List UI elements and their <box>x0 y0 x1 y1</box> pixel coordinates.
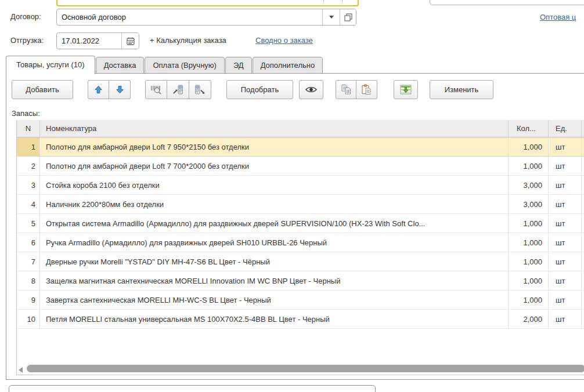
add-button[interactable]: Добавить <box>12 80 73 99</box>
contract-input[interactable] <box>57 9 322 25</box>
scroll-left-arrow[interactable] <box>19 367 23 373</box>
field-divider <box>342 0 343 3</box>
row-nomenclature: Открытая система Armadillo (Армадилло) д… <box>40 214 509 233</box>
row-stub <box>582 137 584 156</box>
column-header-n[interactable]: N <box>17 120 40 137</box>
move-down-button[interactable] <box>109 80 131 99</box>
tab-ed[interactable]: ЭД <box>225 57 252 74</box>
contract-open-button[interactable] <box>340 9 356 25</box>
row-stub <box>582 157 584 175</box>
pick-button[interactable]: Подобрать <box>226 80 293 99</box>
order-form-screen: Договор: Отгрузка: + Кал <box>0 0 584 392</box>
paste-icon <box>361 84 372 95</box>
terminal-load-icon <box>172 85 183 95</box>
row-nomenclature: Стойка короба 2100 без отделки <box>40 176 509 194</box>
row-stub <box>582 214 584 233</box>
calculation-note: + Калькуляция заказа <box>150 36 226 45</box>
row-nomenclature: Полотно для амбарной двери Loft 7 950*21… <box>40 137 509 156</box>
table-header: N Номенклатура Кол... Ед. <box>17 120 584 137</box>
arrow-down-icon <box>116 85 124 94</box>
goods-panel: Добавить <box>6 73 584 380</box>
column-header-name[interactable]: Номенклатура <box>40 120 509 137</box>
row-nomenclature: Ручка Armadillo (Армадилло) для раздвижн… <box>40 233 509 252</box>
tab-goods-services[interactable]: Товары, услуги (10) <box>6 56 95 74</box>
row-number: 10 <box>17 310 40 328</box>
terminal-unload-icon <box>194 85 206 95</box>
eye-icon <box>305 86 318 93</box>
table-row[interactable]: 1 Полотно для амбарной двери Loft 7 950*… <box>17 137 584 157</box>
shipment-date-input[interactable] <box>57 33 121 49</box>
column-header-qty[interactable]: Кол... <box>509 120 549 137</box>
shipment-calendar-button[interactable] <box>121 33 139 49</box>
row-nomenclature: Завертка сантехническая MORELLI MH-WC-S … <box>40 291 509 309</box>
top-right-partial-field[interactable] <box>430 0 584 5</box>
row-stub <box>582 195 584 213</box>
scanner-buttons-group <box>145 80 211 99</box>
row-unit: шт <box>549 252 582 271</box>
row-nomenclature: Полотно для амбарной двери Loft 7 700*20… <box>40 157 509 175</box>
top-partial-field[interactable] <box>56 0 359 6</box>
table-row[interactable]: 5 Открытая система Armadillo (Армадилло)… <box>17 214 584 233</box>
row-stub <box>582 271 584 290</box>
barcode-scan-button[interactable] <box>145 80 167 99</box>
calendar-icon <box>126 37 135 46</box>
table-row[interactable]: 2 Полотно для амбарной двери Loft 7 700*… <box>17 157 584 176</box>
row-unit: шт <box>549 271 582 290</box>
row-nomenclature: Защелка магнитная сантехническая MORELLI… <box>40 271 509 290</box>
terminal-load-button[interactable] <box>167 80 189 99</box>
table-row[interactable]: 10 Петля MORELLI стальная универсальная … <box>17 310 584 329</box>
column-header-unit[interactable]: Ед. <box>549 120 582 137</box>
horizontal-scrollbar-thumb[interactable] <box>27 365 584 372</box>
price-type-link[interactable]: Оптовая ц <box>540 13 576 21</box>
table-row[interactable]: 6 Ручка Armadillo (Армадилло) для раздви… <box>17 233 584 252</box>
tab-delivery[interactable]: Доставка <box>96 57 145 74</box>
row-quantity: 1,000 <box>509 214 549 233</box>
copy-rows-button[interactable] <box>336 80 356 99</box>
row-number: 9 <box>17 291 40 309</box>
row-nomenclature: Дверные ручки Morelli "YSTAD" DIY MH-47-… <box>40 252 509 271</box>
row-quantity: 2,000 <box>509 310 549 328</box>
row-stub <box>582 176 584 194</box>
shipment-label: Отгрузка: <box>10 36 44 45</box>
visibility-button[interactable] <box>299 80 323 99</box>
table-row[interactable]: 3 Стойка короба 2100 без отделки 3,000 ш… <box>17 176 584 195</box>
table-row[interactable]: 9 Завертка сантехническая MORELLI MH-WC-… <box>17 291 584 310</box>
copy-icon <box>341 84 352 95</box>
fill-table-button[interactable] <box>394 80 418 99</box>
barcode-search-icon <box>150 85 162 95</box>
table-fill-icon <box>400 85 412 95</box>
row-stub <box>582 252 584 271</box>
order-summary-link[interactable]: Сводно о заказе <box>255 36 313 45</box>
row-quantity: 3,000 <box>509 176 549 194</box>
table-row[interactable]: 7 Дверные ручки Morelli "YSTAD" DIY MH-4… <box>17 252 584 271</box>
move-up-button[interactable] <box>88 80 109 99</box>
contract-dropdown-button[interactable] <box>322 9 340 25</box>
row-quantity: 1,000 <box>509 137 549 156</box>
row-quantity: 1,000 <box>509 271 549 290</box>
row-number: 1 <box>17 137 40 156</box>
tab-payment[interactable]: Оплата (Вручную) <box>145 57 224 74</box>
move-buttons-group <box>88 80 131 99</box>
row-nomenclature: Петля MORELLI стальная универсальная MS … <box>40 310 509 328</box>
row-nomenclature: Наличник 2200*80мм без отделки <box>40 195 509 213</box>
shipment-date-field <box>56 32 139 49</box>
tab-additional[interactable]: Дополнительно <box>253 57 323 74</box>
arrow-up-icon <box>94 85 103 94</box>
row-stub <box>582 310 584 328</box>
inventory-section-label: Запасы: <box>12 109 40 118</box>
row-number: 7 <box>17 252 40 271</box>
row-stub <box>582 291 584 309</box>
edit-button[interactable]: Изменить <box>430 80 493 99</box>
inventory-table: N Номенклатура Кол... Ед. 1 Полотно для … <box>16 120 584 375</box>
table-row[interactable]: 8 Защелка магнитная сантехническая MOREL… <box>17 271 584 291</box>
row-number: 3 <box>17 176 40 194</box>
contract-field <box>56 9 356 26</box>
terminal-unload-button[interactable] <box>189 80 211 99</box>
row-number: 2 <box>17 157 40 175</box>
open-icon <box>344 13 352 21</box>
row-quantity: 1,000 <box>509 252 549 271</box>
bottom-partial-field[interactable] <box>9 385 376 392</box>
row-unit: шт <box>549 176 582 194</box>
paste-rows-button[interactable] <box>356 80 377 99</box>
table-row[interactable]: 4 Наличник 2200*80мм без отделки 3,000 ш… <box>17 195 584 214</box>
